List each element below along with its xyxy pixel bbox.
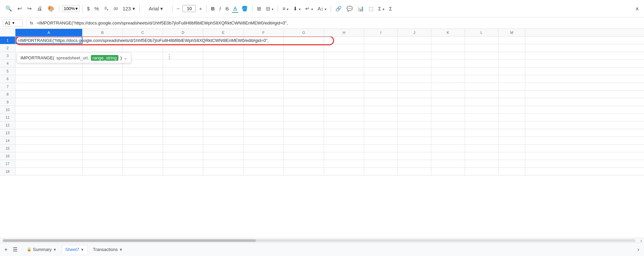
cell-k1[interactable] [431,37,465,44]
cell-c15[interactable] [123,145,163,152]
cell-i12[interactable] [364,121,398,129]
cell-g11[interactable] [284,114,324,121]
cell-m7[interactable] [498,83,525,90]
cell-j2[interactable] [398,44,431,52]
currency-button[interactable]: $ [85,5,91,12]
col-header-j[interactable]: J [398,29,431,36]
cell-g2[interactable] [284,44,324,52]
cell-l3[interactable] [465,52,498,59]
cell-k6[interactable] [431,75,465,83]
col-header-f[interactable]: F [244,29,284,36]
cell-k18[interactable] [431,168,465,175]
cell-j7[interactable] [398,83,431,90]
cell-b14[interactable] [83,137,123,144]
cell-h5[interactable] [324,67,364,75]
undo-button[interactable]: ↩ [15,4,24,13]
cell-b15[interactable] [83,145,123,152]
cell-i1[interactable] [364,37,398,44]
cell-c6[interactable] [123,75,163,83]
cell-d12[interactable] [163,121,203,129]
cell-h18[interactable] [324,168,364,175]
borders-button[interactable]: ⊞ [255,5,263,13]
align-left-button[interactable]: ≡ ▾ [281,5,290,12]
cell-l7[interactable] [465,83,498,90]
cell-i11[interactable] [364,114,398,121]
cell-i10[interactable] [364,106,398,113]
cell-f17[interactable] [244,160,284,167]
cell-a12[interactable] [15,121,83,129]
cell-f18[interactable] [244,168,284,175]
highlight-color-button[interactable]: 🪣 [240,5,250,13]
add-sheet-button[interactable]: + [3,245,9,254]
cell-a16[interactable] [15,152,83,160]
cell-a2[interactable] [15,44,83,52]
cell-f10[interactable] [244,106,284,113]
cell-f14[interactable] [244,137,284,144]
cell-g6[interactable] [284,75,324,83]
col-header-m[interactable]: M [498,29,525,36]
cell-d6[interactable] [163,75,203,83]
cell-e4[interactable] [203,60,244,67]
cell-d9[interactable] [163,98,203,106]
cell-c2[interactable] [123,44,163,52]
cell-a14[interactable] [15,137,83,144]
print-button[interactable]: 🖨 [35,4,44,13]
cell-f9[interactable] [244,98,284,106]
cell-l13[interactable] [465,129,498,137]
cell-i3[interactable] [364,52,398,59]
cell-a8[interactable] [15,91,83,98]
tab-sheet7[interactable]: Sheet7 ▼ [62,245,88,254]
cell-d2[interactable] [163,44,203,52]
chart-button[interactable]: 📊 [356,5,366,13]
cell-a13[interactable] [15,129,83,137]
cell-d17[interactable] [163,160,203,167]
transactions-tab-arrow[interactable]: ▼ [119,248,123,252]
cell-j14[interactable] [398,137,431,144]
cell-d15[interactable] [163,145,203,152]
cell-c12[interactable] [123,121,163,129]
paint-format-button[interactable]: 🎨 [46,4,56,13]
number-format-button[interactable]: 123 ▾ [121,5,137,13]
cell-g18[interactable] [284,168,324,175]
cell-d18[interactable] [163,168,203,175]
cell-e18[interactable] [203,168,244,175]
cell-i18[interactable] [364,168,398,175]
cell-j4[interactable] [398,60,431,67]
cell-h14[interactable] [324,137,364,144]
cell-c14[interactable] [123,137,163,144]
cell-i4[interactable] [364,60,398,67]
sigma-button[interactable]: Σ [387,5,394,12]
merge-button[interactable]: ⊟ ▾ [264,5,275,13]
cell-m14[interactable] [498,137,525,144]
cell-a17[interactable] [15,160,83,167]
autocomplete-chevron[interactable]: ⌄ [124,55,127,60]
wrap-text-button[interactable]: ↵ ▾ [304,5,314,13]
summary-tab-arrow[interactable]: ▼ [53,248,57,252]
cell-l10[interactable] [465,106,498,113]
cell-g9[interactable] [284,98,324,106]
cell-m8[interactable] [498,91,525,98]
cell-m5[interactable] [498,67,525,75]
cell-d3[interactable]: ⋮ [163,52,203,59]
cell-a5[interactable] [15,67,83,75]
cell-j17[interactable] [398,160,431,167]
cell-j6[interactable] [398,75,431,83]
font-size-increase-button[interactable]: + [197,5,204,12]
cell-m3[interactable] [498,52,525,59]
cell-e5[interactable] [203,67,244,75]
cell-c10[interactable] [123,106,163,113]
cell-f8[interactable] [244,91,284,98]
col-header-a[interactable]: A [15,29,83,36]
cell-m12[interactable] [498,121,525,129]
sheet-scroll-right[interactable]: › [635,246,641,253]
decimal-decrease-button[interactable]: .0◂ [102,5,110,12]
cell-b8[interactable] [83,91,123,98]
italic-button[interactable]: I [218,5,222,12]
cell-b2[interactable] [83,44,123,52]
cell-j12[interactable] [398,121,431,129]
cell-f3[interactable] [244,52,284,59]
cell-e8[interactable] [203,91,244,98]
cell-k3[interactable] [431,52,465,59]
cell-i6[interactable] [364,75,398,83]
cell-m17[interactable] [498,160,525,167]
